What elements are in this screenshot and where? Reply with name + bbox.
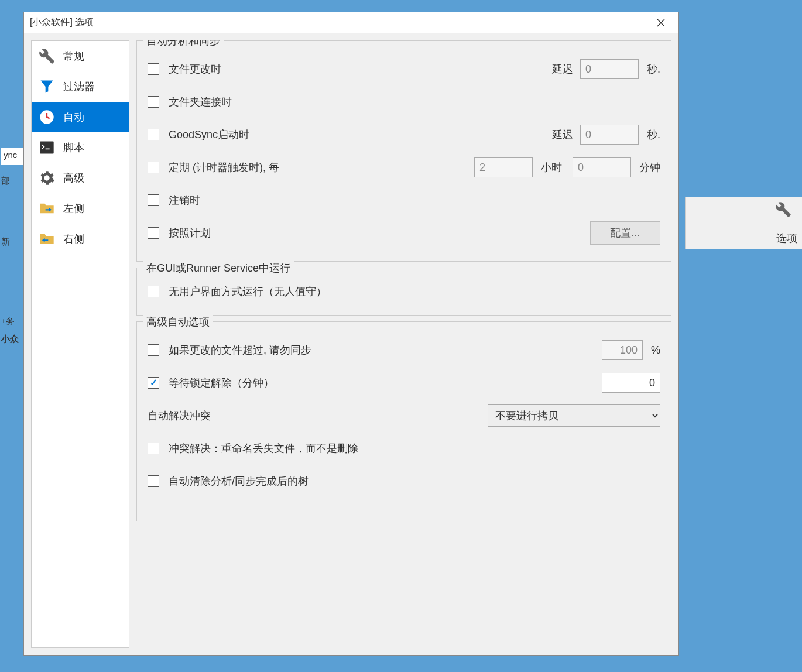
row-auto-clear: 自动清除分析/同步完成后的树 — [148, 465, 660, 498]
row-goodsync-start: GoodSync启动时 延迟 秒. — [148, 118, 660, 151]
checkbox-unattended[interactable] — [148, 286, 159, 297]
percent-input[interactable] — [602, 340, 643, 360]
group-title: 在GUI或Runner Service中运行 — [143, 261, 294, 275]
delay-input[interactable] — [580, 125, 639, 145]
sidebar-item-label: 高级 — [63, 171, 84, 185]
sidebar-item-advanced[interactable]: 高级 — [32, 163, 129, 193]
terminal-icon — [39, 139, 55, 156]
checkbox-label: 定期 (计时器触发时), 每 — [169, 160, 279, 174]
unit-label: 秒. — [647, 62, 660, 76]
sidebar: 常规 过滤器 自动 脚本 高级 左侧 — [31, 40, 129, 648]
row-rename-lost: 冲突解决：重命名丢失文件，而不是删除 — [148, 432, 660, 465]
delay-label: 延迟 — [552, 62, 573, 76]
row-folder-connect: 文件夹连接时 — [148, 85, 660, 118]
row-wait-unlock: 等待锁定解除（分钟） — [148, 366, 660, 399]
row-unattended: 无用户界面方式运行（无人值守） — [148, 280, 660, 303]
bg-frag: ±务 — [1, 316, 15, 327]
checkbox-label: 冲突解决：重命名丢失文件，而不是删除 — [169, 441, 358, 455]
checkbox-goodsync-start[interactable] — [148, 129, 159, 140]
sidebar-item-label: 常规 — [63, 49, 84, 63]
checkbox-label: 文件更改时 — [169, 62, 221, 76]
bg-frag: 选项 — [776, 231, 797, 245]
checkbox-periodic[interactable] — [148, 162, 159, 173]
checkbox-no-sync-if[interactable] — [148, 344, 159, 356]
checkbox-label: GoodSync启动时 — [169, 128, 249, 142]
unit-label: 小时 — [541, 160, 562, 174]
sidebar-item-label: 左侧 — [63, 201, 84, 215]
group-title: 自动分析和同步 — [143, 40, 224, 48]
checkbox-label: 文件夹连接时 — [169, 95, 232, 109]
sidebar-item-left[interactable]: 左侧 — [32, 193, 129, 224]
sidebar-item-label: 脚本 — [63, 140, 84, 155]
bg-frag: 部 — [1, 176, 10, 187]
row-conflict-resolution: 自动解决冲突 不要进行拷贝 — [148, 399, 660, 432]
sidebar-item-label: 右侧 — [63, 232, 84, 246]
delay-label: 延迟 — [552, 128, 573, 142]
folder-left-icon — [39, 231, 55, 247]
sidebar-item-label: 自动 — [63, 110, 84, 124]
sidebar-item-general[interactable]: 常规 — [32, 41, 129, 71]
bg-frag: ync — [1, 148, 23, 165]
funnel-icon — [39, 78, 55, 95]
checkbox-rename-lost[interactable] — [148, 443, 159, 454]
minute-input[interactable] — [573, 157, 631, 177]
checkbox-schedule[interactable] — [148, 227, 159, 239]
gear-icon — [39, 170, 55, 186]
row-schedule: 按照计划 配置... — [148, 217, 660, 249]
svg-rect-1 — [40, 142, 53, 154]
row-periodic: 定期 (计时器触发时), 每 小时 分钟 — [148, 151, 660, 184]
group-run-mode: 在GUI或Runner Service中运行 无用户界面方式运行（无人值守） — [136, 268, 671, 316]
clock-icon — [39, 109, 55, 125]
checkbox-file-change[interactable] — [148, 63, 159, 75]
checkbox-label: 自动清除分析/同步完成后的树 — [169, 474, 309, 488]
sidebar-item-filter[interactable]: 过滤器 — [32, 71, 129, 102]
close-button[interactable] — [649, 14, 673, 32]
conflict-select[interactable]: 不要进行拷贝 — [488, 404, 660, 427]
checkbox-folder-connect[interactable] — [148, 96, 159, 108]
checkbox-label: 如果更改的文件超过, 请勿同步 — [169, 343, 311, 357]
sidebar-item-label: 过滤器 — [63, 80, 95, 94]
sidebar-item-auto[interactable]: 自动 — [32, 102, 129, 132]
folder-right-icon — [39, 200, 55, 217]
row-label: 自动解决冲突 — [148, 409, 211, 423]
bg-frag: 新 — [1, 236, 10, 248]
hour-input[interactable] — [474, 157, 533, 177]
sidebar-item-script[interactable]: 脚本 — [32, 132, 129, 163]
minutes-input[interactable] — [602, 373, 660, 393]
checkbox-wait-unlock[interactable] — [148, 377, 159, 389]
checkbox-auto-clear[interactable] — [148, 475, 159, 487]
titlebar: [小众软件] 选项 — [24, 12, 678, 33]
content-panel: 自动分析和同步 文件更改时 延迟 秒. 文件夹连接时 GoodSync启动时 — [136, 40, 671, 648]
options-dialog: [小众软件] 选项 常规 过滤器 自动 脚本 高 — [23, 12, 679, 656]
checkbox-label: 等待锁定解除（分钟） — [169, 376, 274, 390]
wrench-icon — [39, 48, 55, 64]
checkbox-logout[interactable] — [148, 194, 159, 206]
checkbox-label: 按照计划 — [169, 226, 211, 240]
group-title: 高级自动选项 — [143, 315, 213, 329]
configure-button[interactable]: 配置... — [590, 221, 660, 245]
sidebar-item-right[interactable]: 右侧 — [32, 224, 129, 254]
group-auto-sync: 自动分析和同步 文件更改时 延迟 秒. 文件夹连接时 GoodSync启动时 — [136, 40, 671, 262]
bg-frag: 小众 — [1, 334, 19, 345]
unit-label: % — [651, 344, 660, 356]
checkbox-label: 无用户界面方式运行（无人值守） — [169, 284, 327, 299]
unit-label: 秒. — [647, 128, 660, 142]
row-no-sync-if: 如果更改的文件超过, 请勿同步 % — [148, 334, 660, 366]
dialog-title: [小众软件] 选项 — [30, 16, 94, 29]
checkbox-label: 注销时 — [169, 193, 200, 207]
bg-right-frag: 选项 — [685, 197, 802, 249]
row-logout: 注销时 — [148, 184, 660, 217]
group-advanced-auto: 高级自动选项 如果更改的文件超过, 请勿同步 % 等待锁定解除（分钟） 自动解决… — [136, 321, 671, 521]
dialog-body: 常规 过滤器 自动 脚本 高级 左侧 — [24, 33, 678, 655]
row-file-change: 文件更改时 延迟 秒. — [148, 53, 660, 85]
unit-label: 分钟 — [639, 160, 660, 174]
delay-input[interactable] — [580, 59, 639, 79]
